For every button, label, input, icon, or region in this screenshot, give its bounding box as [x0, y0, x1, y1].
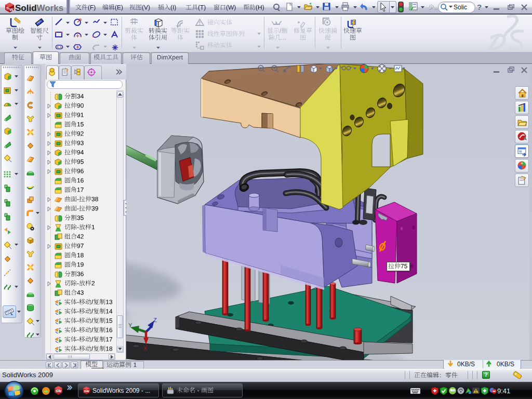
svg-text:X: X [143, 345, 148, 351]
svg-text:Y: Y [128, 322, 132, 328]
svg-text:Z: Z [153, 317, 157, 323]
svg-text:SW: SW [56, 389, 62, 393]
svg-text:W: W [9, 7, 14, 12]
svg-text:SW: SW [84, 389, 89, 393]
